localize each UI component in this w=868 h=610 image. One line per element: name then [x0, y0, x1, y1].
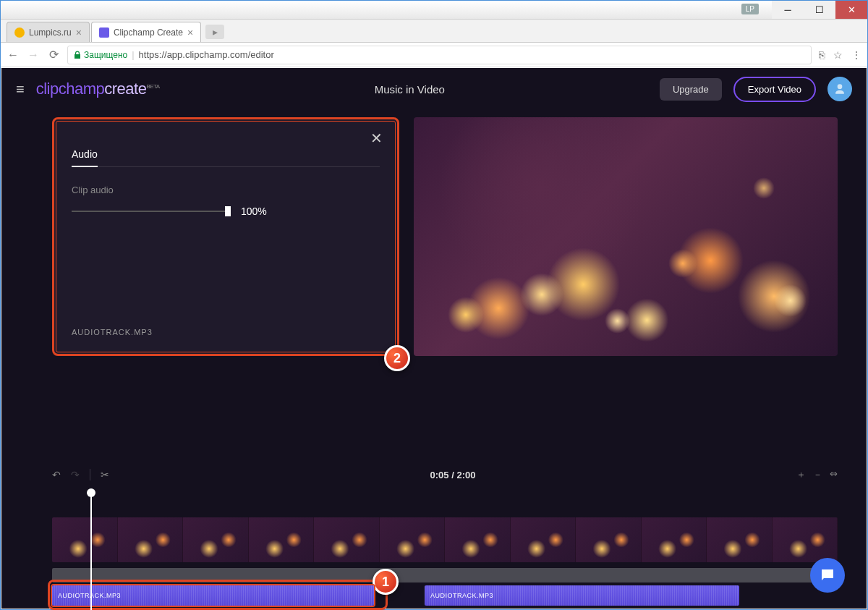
reload-button[interactable]: ⟳: [47, 48, 60, 62]
timeline-time-display: 0:05 / 2:00: [119, 470, 786, 480]
video-preview[interactable]: [414, 117, 838, 356]
user-badge: LP: [741, 4, 759, 14]
favicon-icon: [14, 27, 25, 38]
tab-title: Clipchamp Create: [114, 27, 183, 38]
zoom-out-icon[interactable]: －: [813, 468, 822, 481]
timeline-toolbar: ↶ ↷ ✂ 0:05 / 2:00 ＋ － ⇔: [52, 464, 838, 486]
video-thumbnail: [249, 517, 315, 562]
user-avatar[interactable]: [827, 77, 852, 101]
close-tab-icon[interactable]: ×: [76, 27, 82, 38]
logo: clipchampcreateBETA: [36, 80, 160, 98]
translate-icon[interactable]: ⎘: [819, 49, 825, 61]
browser-window: LP ─ ☐ ✕ Lumpics.ru × Clipchamp Create ×…: [0, 0, 868, 610]
addressbar-actions: ⎘ ☆ ⋮: [819, 49, 861, 61]
browser-tab-active[interactable]: Clipchamp Create ×: [91, 22, 201, 42]
slider-thumb[interactable]: [225, 206, 231, 216]
audio-filename-label: AUDIOTRACK.MP3: [72, 328, 153, 336]
window-controls: ─ ☐ ✕: [772, 1, 867, 19]
window-titlebar: LP ─ ☐ ✕: [1, 1, 867, 20]
audio-clip-selected[interactable]: AUDIOTRACK.MP3: [52, 585, 374, 606]
audio-properties-panel: ✕ Audio Clip audio 100% AUDIOTRACK.MP3 2: [52, 117, 399, 356]
favicon-icon: [99, 27, 109, 38]
minimize-button[interactable]: ─: [772, 1, 804, 19]
audio-clip-label: AUDIOTRACK.MP3: [58, 592, 121, 599]
hamburger-menu-icon[interactable]: ≡: [16, 81, 25, 98]
back-button[interactable]: ←: [7, 48, 20, 62]
video-thumbnail: [707, 517, 773, 562]
person-icon: [833, 82, 847, 96]
video-thumbnail: [52, 517, 118, 562]
address-bar: ← → ⟳ Защищено | https://app.clipchamp.c…: [1, 43, 867, 67]
browser-tab[interactable]: Lumpics.ru ×: [7, 22, 90, 42]
zoom-in-icon[interactable]: ＋: [796, 468, 806, 481]
menu-icon[interactable]: ⋮: [851, 49, 861, 61]
volume-slider[interactable]: [72, 211, 231, 212]
forward-button[interactable]: →: [27, 48, 40, 62]
audio-clip[interactable]: AUDIOTRACK.MP3: [425, 585, 739, 606]
workspace: ✕ Audio Clip audio 100% AUDIOTRACK.MP3 2: [1, 110, 867, 454]
redo-icon[interactable]: ↷: [71, 469, 80, 480]
close-window-button[interactable]: ✕: [835, 1, 867, 19]
annotation-badge-2: 2: [384, 345, 410, 371]
video-thumbnail: [183, 517, 249, 562]
volume-value: 100%: [241, 206, 267, 217]
export-video-button[interactable]: Export Video: [733, 77, 816, 102]
clipchamp-app: ≡ clipchampcreateBETA Music in Video Upg…: [1, 68, 867, 609]
clip-audio-label: Clip audio: [72, 185, 380, 195]
scissors-icon[interactable]: ✂: [101, 469, 109, 480]
close-panel-icon[interactable]: ✕: [370, 130, 383, 147]
video-thumbnail: [445, 517, 511, 562]
video-thumbnail: [642, 517, 707, 562]
undo-icon[interactable]: ↶: [52, 469, 61, 480]
audio-clip-label: AUDIOTRACK.MP3: [430, 592, 493, 599]
url-input[interactable]: Защищено | https://app.clipchamp.com/edi…: [67, 46, 812, 64]
help-chat-button[interactable]: [810, 558, 845, 593]
video-thumbnail: [773, 517, 838, 562]
close-tab-icon[interactable]: ×: [187, 27, 193, 38]
audio-track-row: 1 AUDIOTRACK.MP3 AUDIOTRACK.MP3: [52, 585, 838, 609]
url-text: https://app.clipchamp.com/editor: [139, 49, 274, 60]
video-thumbnail: [511, 517, 576, 562]
panel-tab-audio[interactable]: Audio: [72, 148, 98, 167]
video-thumbnail: [118, 517, 184, 562]
zoom-fit-icon[interactable]: ⇔: [830, 468, 838, 481]
video-track[interactable]: [52, 517, 838, 562]
timeline-section: ↶ ↷ ✂ 0:05 / 2:00 ＋ － ⇔: [1, 454, 867, 609]
annotation-badge-1: 1: [373, 569, 399, 595]
project-title[interactable]: Music in Video: [171, 83, 648, 96]
tab-title: Lumpics.ru: [29, 27, 72, 38]
playhead-row[interactable]: [52, 488, 838, 503]
secure-lock-icon: Защищено: [74, 50, 127, 60]
video-thumbnail: [314, 517, 380, 562]
video-thumbnail: [380, 517, 446, 562]
bookmark-icon[interactable]: ☆: [833, 49, 843, 61]
playhead-line: [90, 496, 92, 610]
video-thumbnail: [576, 517, 642, 562]
timeline-zoom-controls: ＋ － ⇔: [796, 468, 838, 481]
new-tab-button[interactable]: ▸: [205, 25, 224, 39]
upgrade-button[interactable]: Upgrade: [660, 78, 722, 101]
maximize-button[interactable]: ☐: [804, 1, 835, 19]
volume-slider-row: 100%: [72, 206, 380, 217]
app-header: ≡ clipchampcreateBETA Music in Video Upg…: [1, 68, 867, 110]
chat-icon: [819, 567, 836, 584]
browser-tab-strip: Lumpics.ru × Clipchamp Create × ▸: [1, 20, 867, 43]
